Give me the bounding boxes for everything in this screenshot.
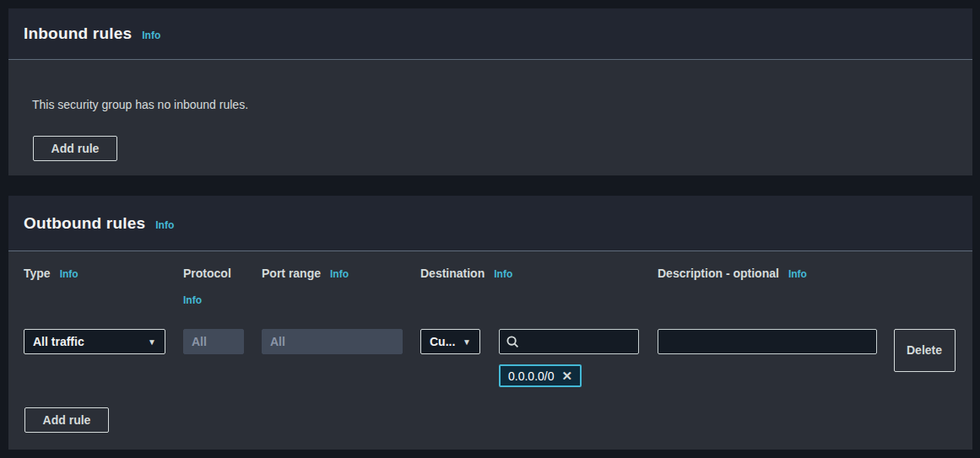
destination-type-select[interactable]: Cu... ▼ <box>420 329 480 354</box>
outbound-rules-title: Outbound rules <box>24 214 145 233</box>
destination-info-link[interactable]: Info <box>494 268 512 280</box>
type-select-value: All traffic <box>33 335 141 348</box>
outbound-rules-header: Outbound rules Info <box>8 196 972 251</box>
chevron-down-icon: ▼ <box>463 337 471 347</box>
column-header-port-range: Port range Info <box>262 267 405 280</box>
column-header-protocol: Protocol Info <box>183 267 251 306</box>
column-label-description: Description - optional <box>658 267 779 280</box>
protocol-info-link[interactable]: Info <box>183 294 202 306</box>
inbound-empty-message: This security group has no inbound rules… <box>32 98 248 111</box>
type-select[interactable]: All traffic ▼ <box>24 329 165 354</box>
inbound-info-link[interactable]: Info <box>142 30 160 41</box>
column-header-description: Description - optional Info <box>658 267 877 280</box>
column-label-type: Type <box>24 267 51 280</box>
destination-token: 0.0.0.0/0 ✕ <box>499 364 582 387</box>
security-group-rules-page: Inbound rules Info This security group h… <box>0 0 980 458</box>
dismiss-token-icon[interactable]: ✕ <box>562 369 573 382</box>
description-info-link[interactable]: Info <box>788 268 807 280</box>
destination-token-label: 0.0.0.0/0 <box>508 369 555 383</box>
column-label-protocol: Protocol <box>183 267 231 280</box>
inbound-rules-panel: Inbound rules Info This security group h… <box>8 8 972 175</box>
delete-rule-button[interactable]: Delete <box>894 329 956 372</box>
column-label-port-range: Port range <box>262 267 321 280</box>
chevron-down-icon: ▼ <box>148 337 156 347</box>
inbound-rules-title: Inbound rules <box>24 24 132 43</box>
type-info-link[interactable]: Info <box>60 268 79 280</box>
destination-search-input[interactable] <box>524 335 631 348</box>
outbound-add-rule-button[interactable]: Add rule <box>24 407 109 433</box>
search-icon <box>506 336 519 348</box>
destination-search-box[interactable] <box>499 329 639 354</box>
column-header-destination: Destination Info <box>420 267 589 280</box>
port-range-info-link[interactable]: Info <box>330 268 349 280</box>
description-input[interactable] <box>658 329 877 354</box>
column-header-type: Type Info <box>24 267 167 280</box>
port-range-input <box>262 329 403 354</box>
outbound-rules-panel: Outbound rules Info <box>8 196 972 450</box>
inbound-add-rule-button[interactable]: Add rule <box>33 136 117 161</box>
protocol-input <box>183 329 244 354</box>
inbound-rules-header: Inbound rules Info <box>8 8 972 60</box>
outbound-info-link[interactable]: Info <box>155 219 174 231</box>
destination-type-select-value: Cu... <box>430 335 456 348</box>
column-label-destination: Destination <box>420 267 485 280</box>
